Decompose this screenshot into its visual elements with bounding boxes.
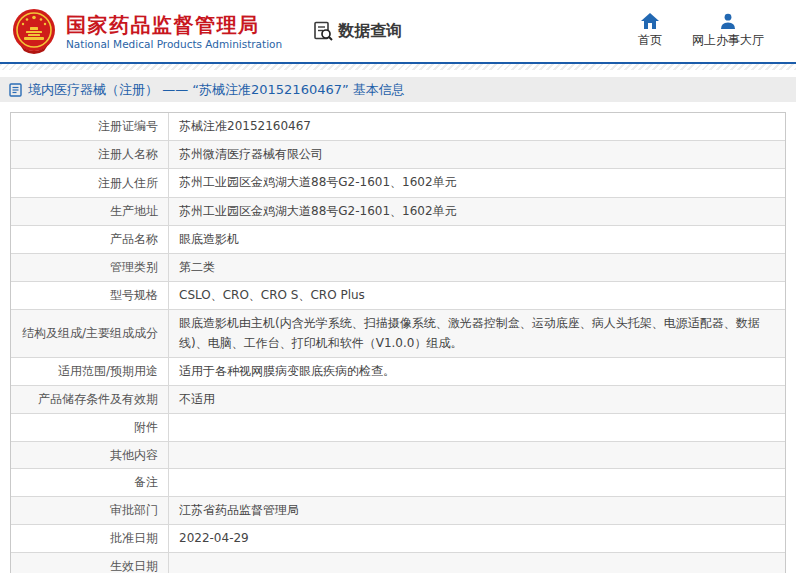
row-value: [169, 553, 785, 573]
table-row: 生产地址 苏州工业园区金鸡湖大道88号G2-1601、1602单元: [11, 198, 785, 226]
table-row: 备注: [11, 469, 785, 497]
document-icon: [9, 83, 22, 97]
table-row: 批准日期 2022-04-29: [11, 525, 785, 553]
row-label: 产品名称: [11, 226, 169, 253]
row-value: [169, 442, 785, 469]
table-row: 注册人名称 苏州微清医疗器械有限公司: [11, 141, 785, 169]
site-header: 国家药品监督管理局 National Medical Products Admi…: [0, 0, 796, 62]
row-value: [169, 469, 785, 496]
user-icon: [720, 13, 736, 29]
row-value: CSLO、CRO、CRO S、CRO Plus: [169, 282, 785, 309]
agency-name-cn: 国家药品监督管理局: [66, 13, 282, 37]
table-row: 产品名称 眼底造影机: [11, 226, 785, 254]
table-row: 型号规格 CSLO、CRO、CRO S、CRO Plus: [11, 282, 785, 310]
row-label: 注册证编号: [11, 113, 169, 140]
header-hatch-band: [0, 64, 796, 70]
row-label: 附件: [11, 414, 169, 441]
table-row: 生效日期: [11, 553, 785, 573]
data-query-menu[interactable]: 数据查询: [312, 20, 402, 42]
agency-title-block: 国家药品监督管理局 National Medical Products Admi…: [66, 13, 282, 50]
row-label: 其他内容: [11, 442, 169, 469]
table-row: 附件: [11, 414, 785, 442]
nav-home-label: 首页: [638, 32, 662, 49]
nav-item-service-hall[interactable]: 网上办事大厅: [692, 13, 764, 49]
table-row: 审批部门 江苏省药品监督管理局: [11, 497, 785, 525]
row-value: 不适用: [169, 386, 785, 413]
home-icon: [641, 13, 659, 29]
row-label: 管理类别: [11, 254, 169, 281]
row-label: 备注: [11, 469, 169, 496]
breadcrumb-text: 境内医疗器械（注册） —— “苏械注准20152160467” 基本信息: [28, 81, 405, 99]
row-label: 生产地址: [11, 198, 169, 225]
table-row: 结构及组成/主要组成成分 眼底造影机由主机(内含光学系统、扫描摄像系统、激光器控…: [11, 310, 785, 357]
row-value: 苏州工业园区金鸡湖大道88号G2-1601、1602单元: [169, 198, 785, 225]
breadcrumb: 境内医疗器械（注册） —— “苏械注准20152160467” 基本信息: [0, 77, 796, 102]
agency-name-en: National Medical Products Administration: [66, 38, 282, 50]
row-value: 眼底造影机: [169, 226, 785, 253]
document-search-icon: [312, 20, 334, 42]
table-row: 管理类别 第二类: [11, 254, 785, 282]
table-row: 其他内容: [11, 442, 785, 470]
table-row: 适用范围/预期用途 适用于各种视网膜病变眼底疾病的检查。: [11, 358, 785, 386]
row-label: 产品储存条件及有效期: [11, 386, 169, 413]
table-row: 注册人住所 苏州工业园区金鸡湖大道88号G2-1601、1602单元: [11, 169, 785, 197]
row-value: 苏械注准20152160467: [169, 113, 785, 140]
row-label: 生效日期: [11, 553, 169, 573]
row-label: 结构及组成/主要组成成分: [11, 310, 169, 356]
row-value: [169, 414, 785, 441]
row-value: 江苏省药品监督管理局: [169, 497, 785, 524]
row-label: 适用范围/预期用途: [11, 358, 169, 385]
nav-item-home[interactable]: 首页: [638, 13, 662, 49]
row-label: 注册人名称: [11, 141, 169, 168]
table-row: 产品储存条件及有效期 不适用: [11, 386, 785, 414]
row-label: 审批部门: [11, 497, 169, 524]
row-value: 苏州工业园区金鸡湖大道88号G2-1601、1602单元: [169, 169, 785, 196]
table-row: 注册证编号 苏械注准20152160467: [11, 113, 785, 141]
row-value: 苏州微清医疗器械有限公司: [169, 141, 785, 168]
nav-service-hall-label: 网上办事大厅: [692, 32, 764, 49]
nmpa-emblem-logo[interactable]: [10, 7, 58, 55]
data-query-label: 数据查询: [338, 21, 402, 42]
row-value: 第二类: [169, 254, 785, 281]
registration-info-table: 注册证编号 苏械注准20152160467 注册人名称 苏州微清医疗器械有限公司…: [10, 112, 786, 573]
row-label: 批准日期: [11, 525, 169, 552]
top-nav: 首页 网上办事大厅: [638, 13, 786, 49]
row-label: 注册人住所: [11, 169, 169, 196]
row-value: 2022-04-29: [169, 525, 785, 552]
row-label: 型号规格: [11, 282, 169, 309]
row-value: 眼底造影机由主机(内含光学系统、扫描摄像系统、激光器控制盒、运动底座、病人头托架…: [169, 310, 785, 356]
row-value: 适用于各种视网膜病变眼底疾病的检查。: [169, 358, 785, 385]
